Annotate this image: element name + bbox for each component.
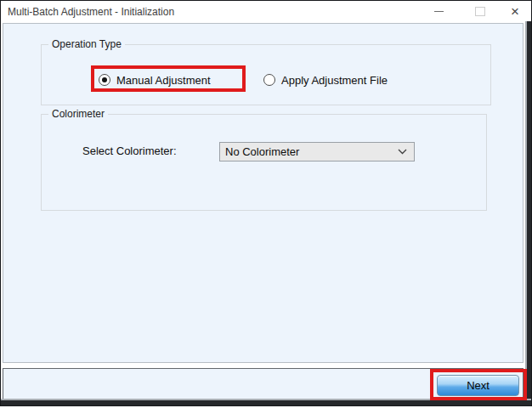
radio-manual-adjustment[interactable]: Manual Adjustment xyxy=(99,73,211,87)
radio-selected-icon xyxy=(99,74,110,86)
radio-apply-adjustment-file[interactable]: Apply Adjustment File xyxy=(263,73,388,87)
window-border-bottom xyxy=(1,399,531,405)
next-button-label: Next xyxy=(467,379,490,392)
operation-type-group-label: Operation Type xyxy=(48,38,125,50)
chevron-down-icon xyxy=(398,149,407,155)
minimize-button[interactable] xyxy=(425,2,452,21)
colorimeter-select[interactable]: No Colorimeter xyxy=(219,142,415,162)
colorimeter-group-label: Colorimeter xyxy=(48,108,108,120)
next-button[interactable]: Next xyxy=(437,375,519,396)
close-button[interactable]: × xyxy=(501,2,529,21)
colorimeter-select-value: No Colorimeter xyxy=(225,145,299,158)
maximize-icon xyxy=(475,7,485,16)
colorimeter-group: Colorimeter xyxy=(41,114,487,211)
titlebar: Multi-Batch Adjustment - Initialization … xyxy=(1,1,524,22)
window-border-right xyxy=(525,21,531,405)
window-title: Multi-Batch Adjustment - Initialization xyxy=(8,6,174,18)
radio-apply-adjustment-file-label: Apply Adjustment File xyxy=(281,74,388,87)
radio-manual-adjustment-label: Manual Adjustment xyxy=(116,74,211,87)
select-colorimeter-label: Select Colorimeter: xyxy=(82,144,177,157)
close-icon: × xyxy=(511,4,519,19)
radio-unselected-icon xyxy=(263,74,275,86)
minimize-icon xyxy=(434,11,444,12)
maximize-button xyxy=(467,2,494,21)
